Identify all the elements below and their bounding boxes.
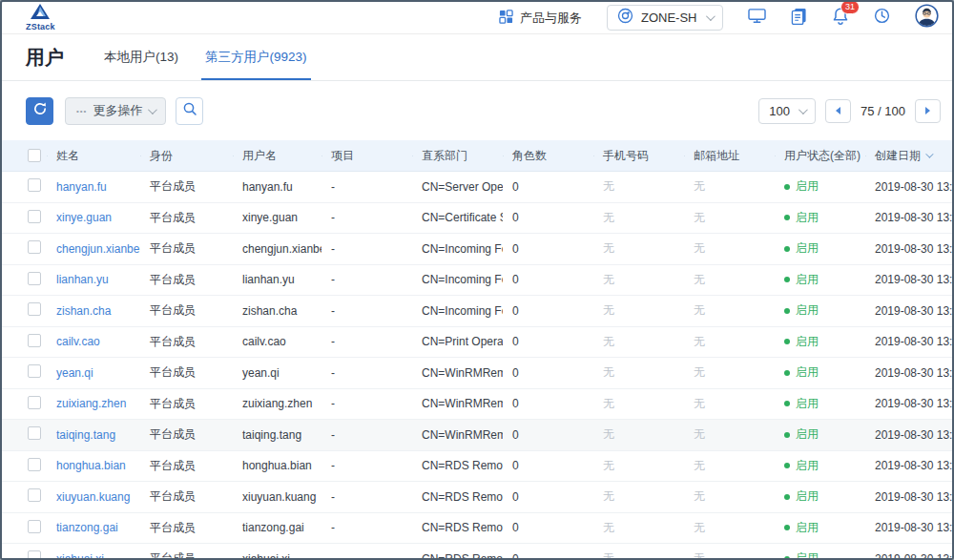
row-checkbox[interactable] [28,178,41,192]
next-page-button[interactable] [915,99,941,123]
table-row[interactable]: taiqing.tang平台成员taiqing.tang-CN=WinRMRem… [2,420,952,451]
history-button[interactable] [874,8,890,28]
user-name-link[interactable]: hanyan.fu [56,180,107,194]
table-row[interactable]: cailv.cao平台成员cailv.cao-CN=Print Operat..… [2,327,952,359]
username-cell: honghua.bian [233,459,321,472]
row-checkbox[interactable] [28,240,41,254]
col-header-project[interactable]: 项目 [321,148,412,164]
col-header-department[interactable]: 直系部门 [412,148,503,164]
user-name-link[interactable]: chengjun.xianbei [56,242,140,256]
table-row[interactable]: tianzong.gai平台成员tianzong.gai-CN=RDS Remo… [2,513,952,545]
table-row[interactable]: chengjun.xianbei平台成员chengjun.xianbei-CN=… [2,234,952,265]
row-checkbox[interactable] [28,458,41,471]
row-checkbox[interactable] [28,272,41,285]
status-label: 启用 [796,396,819,412]
user-name-link[interactable]: honghua.bian [56,459,126,472]
page-size-select[interactable]: 100 [758,98,816,124]
phone-cell: 无 [593,210,684,226]
table-row[interactable]: xiuyuan.kuang平台成员xiuyuan.kuang-CN=RDS Re… [2,482,952,513]
table-row[interactable]: zishan.cha平台成员zishan.cha-CN=Incoming Fo.… [2,296,952,327]
tab-third-party-users[interactable]: 第三方用户(9923) [205,34,307,80]
notifications-button[interactable]: 31 [832,7,849,29]
user-name-link[interactable]: cailv.cao [56,335,100,348]
col-header-email[interactable]: 邮箱地址 [684,148,775,164]
user-name-link[interactable]: yean.qi [56,366,93,380]
department-cell: CN=WinRMRem... [412,397,503,410]
products-services-menu[interactable]: 产品与服务 [499,10,582,27]
status-cell: 启用 [775,458,865,474]
department-cell: CN=RDS Remot... [412,552,503,560]
phone-cell: 无 [593,364,684,381]
sort-icon[interactable] [925,150,933,157]
col-header-roles[interactable]: 角色数 [503,148,593,164]
table-row[interactable]: honghua.bian平台成员honghua.bian-CN=RDS Remo… [2,451,952,483]
table-row[interactable]: lianhan.yu平台成员lianhan.yu-CN=Incoming Fo.… [2,265,952,297]
operation-log-button[interactable] [791,8,807,29]
row-checkbox-cell [2,272,47,288]
row-checkbox[interactable] [28,396,41,409]
row-checkbox[interactable] [28,426,41,440]
created-cell: 2019-08-30 13:3... [865,211,954,224]
select-all-checkbox[interactable] [28,149,41,162]
tab-local-users[interactable]: 本地用户(13) [104,34,178,80]
col-header-created[interactable]: 创建日期 [865,148,954,164]
zone-selector[interactable]: ZONE-SH [607,5,723,31]
email-cell: 无 [684,240,775,257]
user-name-link[interactable]: zuixiang.zhen [56,397,126,410]
console-button[interactable] [748,8,766,28]
table-header-row: 姓名 身份 用户名 项目 直系部门 角色数 手机号码 邮箱地址 用户状态(全部)… [2,140,952,172]
created-cell: 2019-08-30 13:3... [865,180,954,194]
col-header-identity[interactable]: 身份 [140,148,233,164]
status-dot-icon [784,215,790,220]
prev-page-button[interactable] [825,99,851,123]
row-checkbox[interactable] [28,210,41,223]
user-name-link[interactable]: xiahuai.xi [56,552,104,560]
table-row[interactable]: hanyan.fu平台成员hanyan.fu-CN=Server Oper...… [2,172,952,203]
col-header-username[interactable]: 用户名 [233,148,321,164]
status-label: 启用 [796,458,819,474]
status-dot-icon [784,556,790,560]
roles-cell: 0 [503,335,593,348]
status-dot-icon [784,339,790,344]
identity-cell: 平台成员 [140,334,233,350]
col-header-name[interactable]: 姓名 [47,148,140,164]
col-header-status[interactable]: 用户状态(全部) [775,148,865,164]
user-name-link[interactable]: zishan.cha [56,304,111,318]
table-row[interactable]: xiahuai.xi平台成员xiahuai.xi-CN=RDS Remot...… [2,544,952,560]
user-name-link[interactable]: xinye.guan [56,211,112,224]
row-checkbox-cell [2,178,47,195]
user-avatar[interactable] [915,4,939,31]
user-name-link[interactable]: taiqing.tang [56,428,115,442]
row-checkbox[interactable] [28,550,41,560]
row-checkbox[interactable] [28,520,41,533]
email-cell: 无 [684,302,775,319]
products-services-label: 产品与服务 [520,10,582,27]
table-row[interactable]: zuixiang.zhen平台成员zuixiang.zhen-CN=WinRMR… [2,389,952,421]
col-header-phone[interactable]: 手机号码 [593,148,684,164]
row-checkbox-cell [2,426,47,443]
department-cell: CN=WinRMRem... [412,366,503,380]
table-row[interactable]: xinye.guan平台成员xinye.guan-CN=Certificate … [2,203,952,235]
refresh-button[interactable] [26,97,53,125]
department-cell: CN=Incoming Fo... [412,304,503,318]
app-window: ZStack 产品与服务 ZONE-SH [0,0,954,560]
search-button[interactable] [176,97,203,125]
department-cell: CN=RDS Remot... [412,490,503,504]
zstack-logo[interactable]: ZStack [26,4,55,31]
row-checkbox[interactable] [28,302,41,316]
department-cell: CN=Server Oper... [412,180,503,194]
status-cell: 启用 [775,210,865,226]
more-actions-button[interactable]: ••• 更多操作 [65,97,166,125]
page-title: 用户 [26,45,64,71]
user-name-link[interactable]: lianhan.yu [56,273,109,286]
status-label: 启用 [796,426,819,443]
status-label: 启用 [796,302,819,319]
row-checkbox[interactable] [28,334,41,347]
email-cell: 无 [684,364,775,381]
row-checkbox[interactable] [28,488,41,502]
table-row[interactable]: yean.qi平台成员yean.qi-CN=WinRMRem...0无无启用20… [2,358,952,389]
status-cell: 启用 [775,550,865,560]
user-name-link[interactable]: xiuyuan.kuang [56,490,130,504]
row-checkbox[interactable] [28,364,41,378]
user-name-link[interactable]: tianzong.gai [56,521,118,534]
